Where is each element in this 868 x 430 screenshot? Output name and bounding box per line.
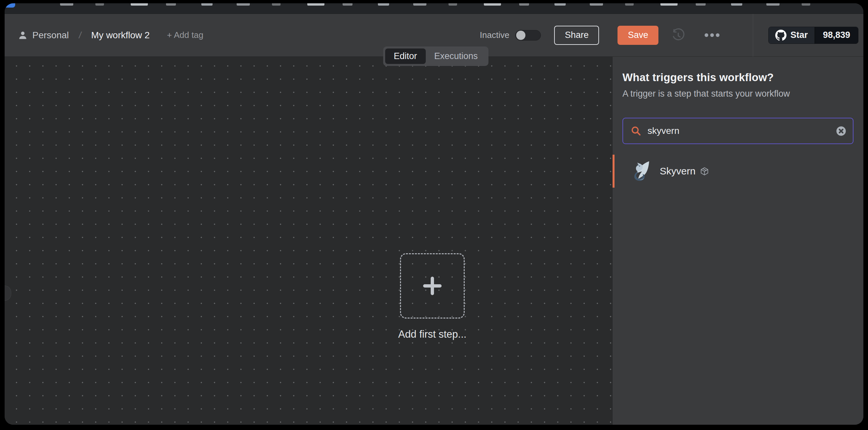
github-star-label: Star [790,30,808,40]
breadcrumb: Personal / My workflow 2 + Add tag [5,30,203,40]
sidebar-expand-handle[interactable] [5,286,11,301]
browser-tab-sliver [272,3,281,6]
browser-tab-favicon-blue [5,3,15,8]
active-status-label: Inactive [480,30,509,40]
panel-title: What triggers this workflow? [622,71,854,84]
browser-tab-sliver [131,3,148,6]
browser-tab-sliver [307,3,324,6]
workflow-history-button[interactable] [670,28,685,43]
github-icon [775,30,786,41]
history-icon [671,28,685,42]
share-button[interactable]: Share [554,26,599,45]
active-toggle-knob [516,31,525,40]
tab-editor[interactable]: Editor [385,48,426,64]
header-controls: Inactive Share Save [480,26,736,45]
result-name: Skyvern [660,166,695,177]
browser-tab-sliver [555,3,566,6]
view-tabs: Editor Executions [383,46,489,66]
tab-executions[interactable]: Executions [426,48,487,64]
browser-tab-sliver [343,3,352,6]
search-results: Skyvern [613,155,863,188]
save-button[interactable]: Save [618,26,658,45]
browser-tab-sliver [166,3,176,6]
more-options-button[interactable] [705,33,719,37]
github-star-count[interactable]: 98,839 [814,27,859,43]
browser-tab-sliver [696,3,706,6]
dot-icon [710,33,714,37]
browser-tab-sliver [731,3,742,6]
browser-tab-sliver [201,3,213,6]
add-tag-button[interactable]: + Add tag [167,30,204,40]
active-toggle[interactable] [515,30,541,40]
breadcrumb-separator: / [78,30,82,40]
browser-tab-sliver [766,3,780,6]
github-section: Star 98,839 [753,14,863,56]
node-search-input[interactable] [648,126,836,136]
clear-search-icon[interactable] [836,126,846,136]
trigger-panel: What triggers this workflow? A trigger i… [612,57,863,425]
browser-tab-sliver [95,3,104,6]
browser-tab-sliver [625,3,634,6]
dot-icon [705,33,708,37]
browser-tab-sliver [60,3,73,6]
browser-tab-sliver [413,3,426,6]
browser-tab-sliver [484,3,501,6]
community-node-cube-icon [700,167,709,176]
browser-tab-sliver [660,3,678,6]
workflow-name[interactable]: My workflow 2 [91,30,150,40]
browser-tab-sliver [448,3,457,6]
skyvern-logo-icon [629,160,651,182]
github-star-widget[interactable]: Star 98,839 [768,27,859,44]
user-icon [18,30,28,40]
add-first-step-button[interactable] [400,253,465,319]
browser-tab-strip [5,3,863,14]
panel-subtitle: A trigger is a step that starts your wor… [622,89,854,99]
github-star-button[interactable]: Star [769,27,814,43]
browser-tab-sliver [237,3,250,6]
dot-icon [716,33,719,37]
browser-tab-sliver [378,3,389,6]
result-row-skyvern[interactable]: Skyvern [613,155,863,188]
search-icon [630,125,642,136]
app-window: Personal / My workflow 2 + Add tag Inact… [5,3,863,425]
add-first-step-label: Add first step... [366,328,498,340]
plus-icon [421,274,444,298]
active-result-accent-bar [613,155,615,188]
breadcrumb-project[interactable]: Personal [32,30,69,40]
browser-tab-sliver [519,3,529,6]
browser-tab-sliver [802,3,810,6]
browser-tab-sliver [590,3,603,6]
node-search-box [622,118,854,144]
